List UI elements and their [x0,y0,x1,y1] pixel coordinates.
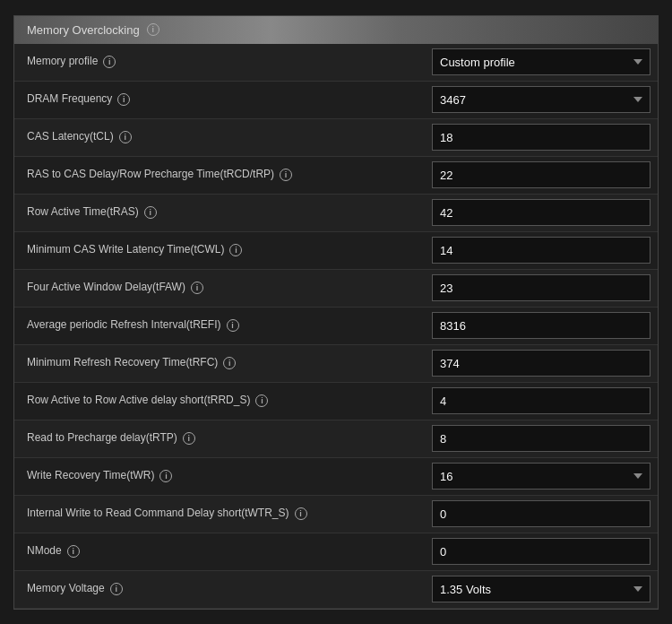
label-text-ras-cas-delay: RAS to CAS Delay/Row Precharge Time(tRCD… [27,168,274,182]
value-four-active-window-delay[interactable]: 23 [425,271,658,305]
text-field-write-read-cmd-delay[interactable]: 0 [432,500,650,527]
label-text-four-active-window-delay: Four Active Window Delay(tFAW) [27,281,185,295]
settings-row-memory-voltage: Memory Voltagei1.35 Volts [14,571,658,609]
value-min-cas-write-latency[interactable]: 14 [425,233,658,267]
settings-row-min-cas-write-latency: Minimum CAS Write Latency Time(tCWL)i14 [14,232,658,270]
settings-row-read-precharge-delay: Read to Precharge delay(tRTP)i8 [14,420,658,458]
settings-rows: Memory profileiCustom profileDRAM Freque… [14,44,658,609]
settings-row-dram-frequency: DRAM Frequencyi3467 [14,82,658,119]
info-icon-four-active-window-delay[interactable]: i [191,282,203,294]
text-value-read-precharge-delay: 8 [440,432,446,446]
text-field-four-active-window-delay[interactable]: 23 [432,274,650,301]
value-row-active-time[interactable]: 42 [425,195,658,230]
label-nmode: NModei [14,537,425,566]
dropdown-memory-voltage[interactable]: 1.35 Volts [432,576,650,602]
label-row-active-delay-short: Row Active to Row Active delay short(tRR… [14,386,425,415]
label-text-nmode: NMode [27,544,62,559]
dropdown-value-dram-frequency: 3467 [440,93,626,107]
dropdown-dram-frequency[interactable]: 3467 [432,86,650,113]
value-avg-refresh-interval[interactable]: 8316 [425,308,658,342]
info-icon-dram-frequency[interactable]: i [117,93,130,106]
info-icon-read-precharge-delay[interactable]: i [183,432,195,445]
value-ras-cas-delay[interactable]: 22 [425,158,658,192]
label-row-active-time: Row Active Time(tRAS)i [14,198,425,227]
text-value-min-refresh-recovery: 374 [440,357,460,370]
label-min-cas-write-latency: Minimum CAS Write Latency Time(tCWL)i [14,236,425,264]
dropdown-value-write-recovery-time: 16 [440,470,626,483]
info-icon-avg-refresh-interval[interactable]: i [227,319,239,332]
settings-row-write-recovery-time: Write Recovery Time(tWR)i16 [14,458,658,496]
text-field-ras-cas-delay[interactable]: 22 [432,161,650,188]
text-field-min-cas-write-latency[interactable]: 14 [432,237,650,264]
value-dram-frequency[interactable]: 3467 [425,82,658,117]
label-text-memory-profile: Memory profile [27,55,98,69]
memory-overclocking-panel: Memory Overclocking i Memory profileiCus… [13,15,659,610]
info-icon-cas-latency[interactable]: i [119,131,132,143]
value-read-precharge-delay[interactable]: 8 [425,421,658,455]
value-memory-voltage[interactable]: 1.35 Volts [425,572,658,606]
dropdown-value-memory-profile: Custom profile [440,56,626,69]
dropdown-memory-profile[interactable]: Custom profile [432,48,650,75]
label-text-write-read-cmd-delay: Internal Write to Read Command Delay sho… [27,507,289,521]
value-cas-latency[interactable]: 18 [425,120,658,154]
info-icon-min-refresh-recovery[interactable]: i [223,357,236,369]
settings-row-write-read-cmd-delay: Internal Write to Read Command Delay sho… [14,496,658,533]
info-icon-min-cas-write-latency[interactable]: i [229,244,242,256]
label-text-row-active-delay-short: Row Active to Row Active delay short(tRR… [27,394,250,408]
label-read-precharge-delay: Read to Precharge delay(tRTP)i [14,424,425,453]
label-text-avg-refresh-interval: Average periodic Refresh Interval(tREFI) [27,318,221,333]
text-value-four-active-window-delay: 23 [440,282,452,295]
settings-row-cas-latency: CAS Latency(tCL)i18 [14,119,658,157]
text-value-row-active-delay-short: 4 [440,394,446,408]
label-memory-profile: Memory profilei [14,48,425,76]
label-memory-voltage: Memory Voltagei [14,575,425,603]
settings-row-row-active-delay-short: Row Active to Row Active delay short(tRR… [14,383,658,420]
text-value-write-read-cmd-delay: 0 [440,507,446,521]
text-field-row-active-delay-short[interactable]: 4 [432,387,650,414]
text-field-nmode[interactable]: 0 [432,538,650,565]
value-write-recovery-time[interactable]: 16 [425,459,658,493]
dropdown-write-recovery-time[interactable]: 16 [432,463,650,490]
label-text-min-refresh-recovery: Minimum Refresh Recovery Time(tRFC) [27,356,218,370]
label-write-read-cmd-delay: Internal Write to Read Command Delay sho… [14,499,425,528]
label-text-row-active-time: Row Active Time(tRAS) [27,205,139,220]
label-min-refresh-recovery: Minimum Refresh Recovery Time(tRFC)i [14,349,425,377]
info-icon-nmode[interactable]: i [67,545,80,558]
text-value-ras-cas-delay: 22 [440,169,452,182]
chevron-down-icon-memory-voltage [633,586,642,592]
info-icon-memory-voltage[interactable]: i [110,583,123,595]
text-value-nmode: 0 [440,545,446,559]
value-write-read-cmd-delay[interactable]: 0 [425,497,658,531]
text-field-cas-latency[interactable]: 18 [432,124,650,151]
label-text-read-precharge-delay: Read to Precharge delay(tRTP) [27,431,177,446]
info-icon-row-active-delay-short[interactable]: i [255,394,268,407]
label-text-dram-frequency: DRAM Frequency [27,92,112,107]
settings-row-nmode: NModei0 [14,533,658,571]
text-value-cas-latency: 18 [440,131,452,144]
label-four-active-window-delay: Four Active Window Delay(tFAW)i [14,273,425,302]
text-field-row-active-time[interactable]: 42 [432,199,650,226]
label-text-write-recovery-time: Write Recovery Time(tWR) [27,469,154,483]
chevron-down-icon-write-recovery-time [633,473,642,479]
dropdown-value-memory-voltage: 1.35 Volts [440,583,626,596]
text-field-read-precharge-delay[interactable]: 8 [432,425,650,452]
panel-info-icon[interactable]: i [147,23,159,36]
value-memory-profile[interactable]: Custom profile [425,45,658,79]
value-min-refresh-recovery[interactable]: 374 [425,346,658,380]
value-row-active-delay-short[interactable]: 4 [425,384,658,418]
text-value-avg-refresh-interval: 8316 [440,319,466,333]
label-text-cas-latency: CAS Latency(tCL) [27,130,114,144]
text-field-min-refresh-recovery[interactable]: 374 [432,350,650,377]
info-icon-write-recovery-time[interactable]: i [159,470,172,482]
info-icon-ras-cas-delay[interactable]: i [280,169,292,181]
settings-row-min-refresh-recovery: Minimum Refresh Recovery Time(tRFC)i374 [14,345,658,383]
label-text-min-cas-write-latency: Minimum CAS Write Latency Time(tCWL) [27,243,224,257]
text-field-avg-refresh-interval[interactable]: 8316 [432,312,650,339]
info-icon-write-read-cmd-delay[interactable]: i [295,507,307,520]
label-avg-refresh-interval: Average periodic Refresh Interval(tREFI)… [14,311,425,340]
info-icon-row-active-time[interactable]: i [144,206,157,219]
text-value-min-cas-write-latency: 14 [440,244,452,257]
value-nmode[interactable]: 0 [425,534,658,568]
info-icon-memory-profile[interactable]: i [103,56,116,68]
settings-row-memory-profile: Memory profileiCustom profile [14,44,658,82]
